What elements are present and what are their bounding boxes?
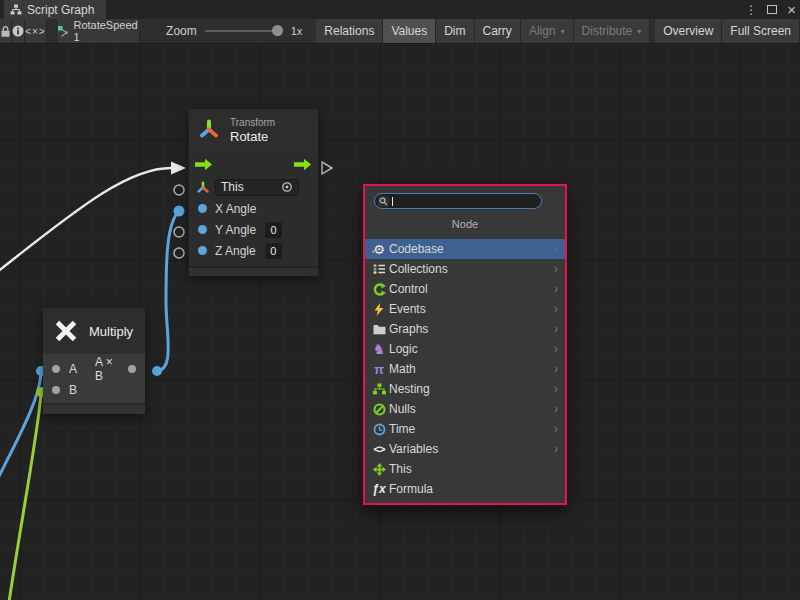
multiply-icon — [53, 318, 79, 344]
chevron-right-icon: › — [554, 422, 565, 436]
graph-toolbar: <×> RotateSpeed 1 Zoom 1x Relations Valu… — [0, 19, 800, 44]
info-button[interactable] — [12, 19, 25, 43]
values-label: Values — [391, 24, 427, 38]
finder-item-math[interactable]: π Math › — [365, 359, 565, 379]
lightning-icon — [371, 303, 387, 316]
value-port-dot[interactable] — [198, 225, 207, 234]
zoom-label: Zoom — [166, 24, 197, 38]
finder-item-label: Graphs — [389, 322, 428, 336]
finder-item-nulls[interactable]: Nulls › — [365, 399, 565, 419]
finder-header: Node — [365, 218, 565, 232]
chevron-right-icon: › — [554, 262, 565, 276]
chevron-right-icon: › — [554, 282, 565, 296]
dim-label: Dim — [444, 24, 465, 38]
control-flow-icon — [371, 283, 387, 296]
graph-hierarchy-icon — [10, 4, 22, 15]
fullscreen-label: Full Screen — [730, 24, 791, 38]
hierarchy-icon — [371, 383, 387, 395]
close-icon[interactable]: × — [787, 2, 796, 17]
xangle-label: X Angle — [215, 202, 256, 216]
chevron-right-icon: › — [554, 302, 565, 316]
distribute-button[interactable]: Distribute▾ — [574, 19, 651, 43]
graph-reference-button[interactable]: RotateSpeed 1 — [56, 19, 140, 43]
fuzzy-finder-popup: Node ⚙ Codebase › Collections › — [363, 184, 567, 505]
finder-item-label: Math — [389, 362, 416, 376]
finder-item-codebase[interactable]: ⚙ Codebase › — [365, 239, 565, 259]
finder-item-formula[interactable]: ƒx Formula — [365, 479, 565, 499]
tab-script-graph[interactable]: Script Graph — [4, 0, 106, 19]
chevron-down-icon: ▾ — [561, 27, 565, 36]
finder-item-logic[interactable]: ♞ Logic › — [365, 339, 565, 359]
zangle-value-field[interactable]: 0 — [265, 243, 282, 259]
flow-output-arrow-icon[interactable] — [294, 158, 312, 171]
finder-item-label: Formula — [389, 482, 433, 496]
carry-button[interactable]: Carry — [475, 19, 521, 43]
finder-item-nesting[interactable]: Nesting › — [365, 379, 565, 399]
align-label: Align — [529, 24, 556, 38]
zoom-slider[interactable] — [205, 30, 283, 32]
maximize-icon[interactable] — [767, 5, 777, 14]
finder-item-label: This — [389, 462, 412, 476]
tab-title: Script Graph — [27, 3, 94, 17]
zoom-value: 1x — [291, 25, 303, 37]
finder-item-events[interactable]: Events › — [365, 299, 565, 319]
search-icon — [378, 196, 389, 207]
overview-button[interactable]: Overview — [655, 19, 722, 43]
target-picker-icon[interactable] — [281, 181, 293, 193]
clock-icon — [371, 423, 387, 436]
brackets-icon: <> — [371, 443, 387, 455]
distribute-label: Distribute — [582, 24, 633, 38]
node-footer — [189, 266, 318, 276]
this-object-field[interactable]: This — [215, 179, 299, 196]
chevron-down-icon: ▾ — [637, 27, 641, 36]
yangle-value-field[interactable]: 0 — [265, 222, 282, 238]
node-multiply[interactable]: Multiply A A × B B — [43, 308, 145, 414]
node-body: A A × B B — [43, 354, 145, 403]
fullscreen-button[interactable]: Full Screen — [722, 19, 800, 43]
finder-item-this[interactable]: This — [365, 459, 565, 479]
finder-item-label: Nulls — [389, 402, 416, 416]
lock-button[interactable] — [0, 19, 12, 43]
output-port-dot[interactable] — [128, 365, 136, 373]
pi-icon: π — [371, 363, 387, 376]
finder-item-label: Nesting — [389, 382, 430, 396]
kebab-menu-icon[interactable]: ⋮ — [745, 4, 757, 16]
relations-button[interactable]: Relations — [316, 19, 383, 43]
relations-label: Relations — [324, 24, 374, 38]
overview-label: Overview — [663, 24, 713, 38]
input-port-dot[interactable] — [52, 365, 60, 373]
dim-button[interactable]: Dim — [436, 19, 474, 43]
chevron-right-icon: › — [554, 362, 565, 376]
info-icon — [12, 25, 24, 37]
finder-item-label: Codebase — [389, 242, 444, 256]
chevron-right-icon: › — [554, 242, 565, 256]
finder-item-time[interactable]: Time › — [365, 419, 565, 439]
finder-item-control[interactable]: Control › — [365, 279, 565, 299]
carry-label: Carry — [483, 24, 512, 38]
edit-code-button[interactable]: <×> — [25, 19, 47, 43]
value-port-dot[interactable] — [198, 204, 207, 213]
chevron-right-icon: › — [554, 382, 565, 396]
node-header[interactable]: Multiply — [43, 308, 145, 354]
finder-item-graphs[interactable]: Graphs › — [365, 319, 565, 339]
chevron-right-icon: › — [554, 322, 565, 336]
align-button[interactable]: Align▾ — [521, 19, 574, 43]
text-cursor — [392, 197, 393, 206]
zoom-slider-handle[interactable] — [272, 25, 283, 36]
finder-item-label: Events — [389, 302, 426, 316]
node-header[interactable]: Transform Rotate — [189, 109, 318, 150]
node-title: Multiply — [89, 324, 133, 339]
value-port-dot[interactable] — [198, 246, 207, 255]
input-port-dot[interactable] — [52, 386, 60, 394]
finder-item-collections[interactable]: Collections › — [365, 259, 565, 279]
finder-item-variables[interactable]: <> Variables › — [365, 439, 565, 459]
values-button[interactable]: Values — [383, 19, 436, 43]
input-b-label: B — [69, 383, 77, 397]
input-a-label: A — [69, 362, 77, 376]
flow-input-arrow-icon[interactable] — [195, 158, 213, 171]
code-icon: <×> — [25, 26, 46, 37]
search-input[interactable] — [374, 193, 542, 209]
node-transform-rotate[interactable]: Transform Rotate This — [189, 109, 318, 276]
move-arrows-icon — [371, 463, 387, 476]
transform-axes-icon — [198, 119, 220, 140]
